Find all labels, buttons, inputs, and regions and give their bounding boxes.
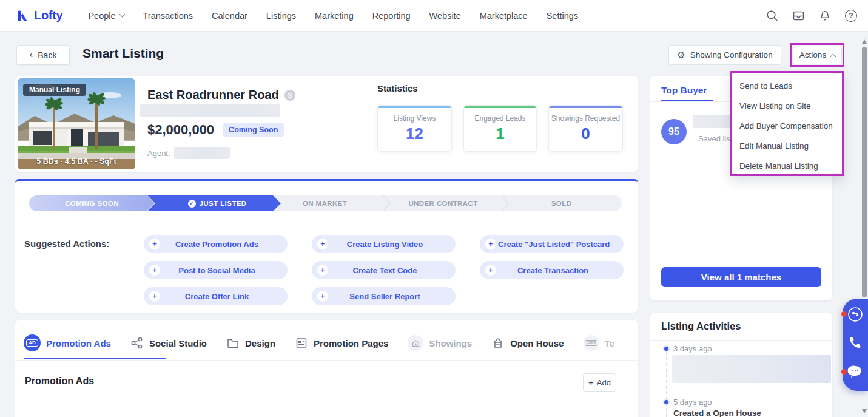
tab-promotion-ads[interactable]: AD Promotion Ads bbox=[24, 334, 111, 351]
tab-bar: AD Promotion Ads Social Studio Design Pr… bbox=[24, 327, 633, 359]
menu-item-add-buyer-compensation[interactable]: Add Buyer Compensation bbox=[732, 116, 842, 136]
activity-time: 5 days ago bbox=[673, 398, 712, 407]
pages-icon bbox=[295, 336, 308, 350]
scroll-down-arrow[interactable] bbox=[862, 409, 867, 413]
top-nav: Lofty People Transactions Calendar Listi… bbox=[0, 0, 868, 32]
tab-top-buyer[interactable]: Top Buyer bbox=[661, 85, 707, 96]
nav-item-settings[interactable]: Settings bbox=[547, 11, 578, 21]
nav-item-reporting[interactable]: Reporting bbox=[372, 11, 411, 21]
tab-open-house[interactable]: Open House bbox=[491, 336, 564, 350]
pill-post-to-social-media[interactable]: +Post to Social Media bbox=[144, 261, 288, 279]
chevron-left-icon: ‹ bbox=[30, 49, 33, 61]
stat-card-listing-views: Listing Views 12 bbox=[377, 105, 452, 152]
listing-title: East Roadrunner Road bbox=[147, 88, 279, 102]
pipeline-stage-sold[interactable]: SOLD bbox=[502, 195, 621, 211]
listing-address-redacted bbox=[140, 104, 280, 117]
widget-divider bbox=[849, 328, 862, 328]
folder-icon bbox=[226, 336, 240, 350]
pipeline-stage-just-listed[interactable]: ✓ JUST LISTED bbox=[147, 195, 281, 211]
stage-separator-icon bbox=[383, 195, 391, 211]
add-promotion-ad-button[interactable]: + Add bbox=[583, 373, 616, 392]
stat-label: Engaged Leads bbox=[464, 114, 536, 123]
menu-item-view-listing-on-site[interactable]: View Listing on Site bbox=[732, 96, 842, 116]
scrollbar-thumb[interactable] bbox=[862, 47, 867, 297]
match-score-badge[interactable]: 95 bbox=[661, 119, 687, 144]
back-button[interactable]: ‹ Back bbox=[16, 45, 70, 65]
lofty-logo[interactable]: Lofty bbox=[16, 8, 62, 22]
nav-item-marketing[interactable]: Marketing bbox=[315, 11, 354, 21]
widget-divider bbox=[849, 358, 862, 358]
nav-item-calendar[interactable]: Calendar bbox=[212, 11, 247, 21]
buyer-tabs: Top Buyer C bbox=[661, 85, 739, 96]
tab-promotion-pages[interactable]: Promotion Pages bbox=[295, 336, 388, 350]
search-icon[interactable] bbox=[766, 10, 778, 22]
pipeline-stage-on-market[interactable]: ON MARKET bbox=[266, 195, 384, 211]
back-label: Back bbox=[38, 50, 56, 60]
plus-icon: + bbox=[149, 291, 160, 302]
scroll-up-arrow[interactable] bbox=[862, 39, 867, 44]
nav-item-marketplace[interactable]: Marketplace bbox=[480, 11, 528, 21]
tab-text-codes[interactable]: CODE Te bbox=[584, 335, 614, 351]
pill-send-seller-report[interactable]: +Send Seller Report bbox=[312, 287, 456, 305]
manual-listing-badge: Manual Listing bbox=[23, 84, 86, 96]
bell-icon[interactable] bbox=[819, 10, 831, 22]
nav-item-website[interactable]: Website bbox=[429, 11, 461, 21]
pill-create-promotion-ads[interactable]: +Create Promotion Ads bbox=[144, 235, 288, 253]
activity-time: 3 days ago bbox=[673, 344, 712, 353]
stat-value: 12 bbox=[378, 124, 451, 143]
status-pipeline-card: COMING SOON ✓ JUST LISTED ON MARKET UNDE… bbox=[15, 179, 638, 313]
help-icon[interactable]: ? bbox=[845, 10, 857, 22]
pill-create-just-listed-postcard[interactable]: +Create "Just Listed" Postcard bbox=[480, 235, 624, 253]
pipeline-stage-under-contract[interactable]: UNDER CONTRACT bbox=[384, 195, 502, 211]
coming-soon-badge: Coming Soon bbox=[223, 123, 284, 137]
listing-title-row: East Roadrunner Road S bbox=[147, 88, 295, 102]
plus-icon: + bbox=[317, 265, 328, 276]
view-all-matches-button[interactable]: View all 1 matches bbox=[661, 267, 821, 287]
listing-specs: 5 BDs · 4.5 BA · - SqFt bbox=[18, 157, 135, 166]
inbox-icon[interactable] bbox=[792, 10, 805, 22]
tab-showings[interactable]: Showings bbox=[408, 335, 472, 351]
pill-create-listing-video[interactable]: +Create Listing Video bbox=[312, 235, 456, 253]
chat-icon[interactable] bbox=[848, 364, 863, 379]
gear-icon: ⚙ bbox=[677, 50, 685, 59]
ai-assistant-icon[interactable] bbox=[847, 307, 863, 322]
status-pipeline: COMING SOON ✓ JUST LISTED ON MARKET UNDE… bbox=[29, 195, 622, 211]
nav-item-people[interactable]: People bbox=[88, 11, 124, 21]
pill-create-text-code[interactable]: +Create Text Code bbox=[312, 261, 456, 279]
actions-highlight-box: Actions bbox=[790, 43, 844, 67]
open-house-icon bbox=[491, 336, 505, 350]
tab-design[interactable]: Design bbox=[226, 336, 275, 350]
tabs-divider bbox=[15, 360, 638, 361]
chevron-up-icon bbox=[830, 53, 836, 59]
timeline-line bbox=[666, 351, 667, 417]
saved-listing-text: Saved lis bbox=[698, 134, 730, 143]
check-icon: ✓ bbox=[188, 200, 196, 208]
agent-row: Agent: bbox=[147, 147, 230, 159]
suggested-actions-grid: +Create Promotion Ads +Create Listing Vi… bbox=[144, 235, 624, 305]
showing-configuration-button[interactable]: ⚙ Showing Configuration bbox=[668, 45, 781, 65]
pill-create-transaction[interactable]: +Create Transaction bbox=[480, 261, 624, 279]
pipeline-stage-coming-soon[interactable]: COMING SOON bbox=[29, 195, 155, 211]
pill-create-offer-link[interactable]: +Create Offer Link bbox=[144, 287, 288, 305]
menu-item-edit-manual-listing[interactable]: Edit Manual Listing bbox=[732, 136, 842, 156]
phone-icon[interactable] bbox=[848, 335, 863, 350]
timeline-dot bbox=[664, 400, 668, 404]
page-title: Smart Listing bbox=[82, 46, 164, 61]
showings-house-icon bbox=[408, 335, 423, 351]
s-badge-icon[interactable]: S bbox=[284, 90, 295, 101]
menu-item-delete-manual-listing[interactable]: Delete Manual Listing bbox=[732, 156, 842, 176]
activity-text: Created a Open House bbox=[673, 409, 761, 417]
nav-item-listings[interactable]: Listings bbox=[266, 11, 296, 21]
page-scrollbar[interactable] bbox=[862, 36, 867, 417]
activity-content-redacted bbox=[672, 355, 831, 383]
actions-button[interactable]: Actions bbox=[793, 46, 842, 64]
stats-divider bbox=[366, 100, 366, 152]
brand-name: Lofty bbox=[34, 8, 62, 22]
menu-item-send-to-leads[interactable]: Send to Leads bbox=[732, 76, 842, 96]
nav-item-transactions[interactable]: Transactions bbox=[143, 11, 193, 21]
stage-separator-icon bbox=[501, 195, 510, 211]
actions-label: Actions bbox=[799, 50, 826, 59]
listing-photo: Manual Listing 5 BDs · 4.5 BA · - SqFt bbox=[18, 78, 135, 169]
plus-icon: + bbox=[485, 239, 496, 249]
tab-social-studio[interactable]: Social Studio bbox=[130, 336, 207, 350]
